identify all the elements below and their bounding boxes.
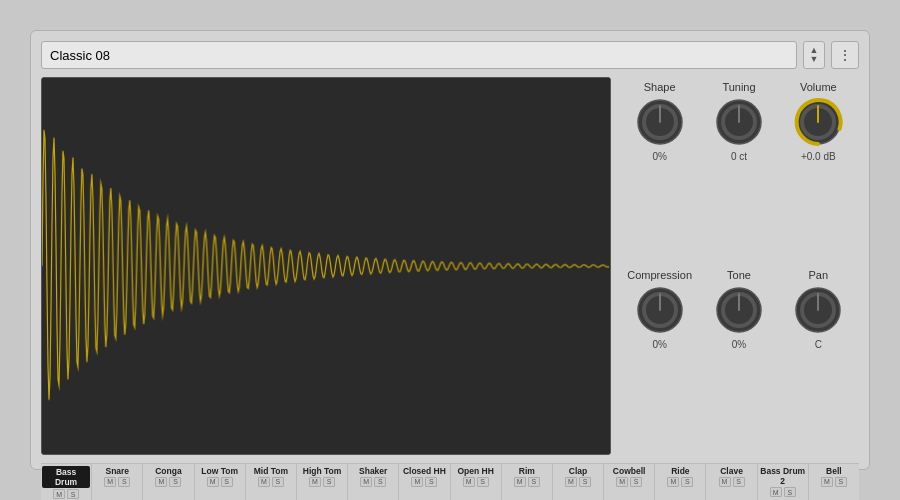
pad-name: High Tom	[298, 466, 346, 476]
shape-value: 0%	[652, 151, 666, 162]
pad-cell[interactable]: Mid TomMS	[246, 464, 297, 500]
pad-cell[interactable]: BellMS	[809, 464, 859, 500]
pad-name: Snare	[93, 466, 141, 476]
mute-button[interactable]: M	[565, 477, 577, 487]
header: Classic 08 ▲ ▼ ⋮	[41, 41, 859, 69]
mute-button[interactable]: M	[463, 477, 475, 487]
pad-name: Ride	[656, 466, 704, 476]
tuning-knob[interactable]	[713, 96, 765, 148]
mute-button[interactable]: M	[821, 477, 833, 487]
solo-button[interactable]: S	[118, 477, 130, 487]
pad-cell[interactable]: ClaveMS	[706, 464, 757, 500]
shape-knob[interactable]	[634, 96, 686, 148]
mute-button[interactable]: M	[411, 477, 423, 487]
mute-button[interactable]: M	[309, 477, 321, 487]
ms-buttons-row: MS	[821, 477, 847, 487]
ms-buttons-row: MS	[104, 477, 130, 487]
pad-cell[interactable]: ClapMS	[553, 464, 604, 500]
volume-knob[interactable]	[792, 96, 844, 148]
pad-name: Cowbell	[605, 466, 653, 476]
mute-button[interactable]: M	[207, 477, 219, 487]
pad-cell[interactable]: RideMS	[655, 464, 706, 500]
pan-value: C	[815, 339, 822, 350]
mute-button[interactable]: M	[258, 477, 270, 487]
mute-button[interactable]: M	[667, 477, 679, 487]
controls-panel: Shape 0% Tuning	[619, 77, 859, 455]
compression-knob[interactable]	[634, 284, 686, 336]
volume-label: Volume	[800, 81, 837, 93]
pad-name: Conga	[144, 466, 192, 476]
solo-button[interactable]: S	[425, 477, 437, 487]
solo-button[interactable]: S	[272, 477, 284, 487]
mute-button[interactable]: M	[53, 489, 65, 499]
solo-button[interactable]: S	[374, 477, 386, 487]
solo-button[interactable]: S	[681, 477, 693, 487]
mute-button[interactable]: M	[616, 477, 628, 487]
pad-name: Bell	[810, 466, 858, 476]
mute-button[interactable]: M	[104, 477, 116, 487]
pad-cell[interactable]: CowbellMS	[604, 464, 655, 500]
preset-arrows[interactable]: ▲ ▼	[803, 41, 825, 69]
pad-name: Bass Drum	[42, 466, 90, 488]
tone-label: Tone	[727, 269, 751, 281]
ms-buttons-row: MS	[360, 477, 386, 487]
pan-knob[interactable]	[792, 284, 844, 336]
ms-buttons-row: MS	[309, 477, 335, 487]
solo-button[interactable]: S	[67, 489, 79, 499]
solo-button[interactable]: S	[477, 477, 489, 487]
pad-cell[interactable]: RimMS	[502, 464, 553, 500]
pad-cell[interactable]: ShakerMS	[348, 464, 399, 500]
compression-label: Compression	[627, 269, 692, 281]
pad-cell[interactable]: Bass DrumMS	[41, 464, 92, 500]
solo-button[interactable]: S	[169, 477, 181, 487]
plugin-container: Classic 08 ▲ ▼ ⋮ Shape	[30, 30, 870, 470]
pad-cell[interactable]: Low TomMS	[195, 464, 246, 500]
pad-cell[interactable]: Bass Drum 2MS	[758, 464, 809, 500]
waveform-canvas	[42, 78, 610, 454]
solo-button[interactable]: S	[528, 477, 540, 487]
solo-button[interactable]: S	[579, 477, 591, 487]
solo-button[interactable]: S	[630, 477, 642, 487]
pad-cell[interactable]: SnareMS	[92, 464, 143, 500]
pad-cell[interactable]: Closed HHMS	[399, 464, 450, 500]
tone-knob[interactable]	[713, 284, 765, 336]
solo-button[interactable]: S	[733, 477, 745, 487]
solo-button[interactable]: S	[784, 487, 796, 497]
ms-buttons-row: MS	[719, 477, 745, 487]
volume-value: +0.0 dB	[801, 151, 836, 162]
solo-button[interactable]: S	[323, 477, 335, 487]
menu-button[interactable]: ⋮	[831, 41, 859, 69]
pad-cell[interactable]: CongaMS	[143, 464, 194, 500]
tone-value: 0%	[732, 339, 746, 350]
pad-name: Closed HH	[400, 466, 448, 476]
ms-buttons-row: MS	[207, 477, 233, 487]
main-area: Shape 0% Tuning	[41, 77, 859, 455]
pad-cell[interactable]: Open HHMS	[451, 464, 502, 500]
ms-buttons-row: MS	[463, 477, 489, 487]
shape-label: Shape	[644, 81, 676, 93]
tuning-label: Tuning	[722, 81, 755, 93]
shape-knob-group: Shape 0%	[623, 81, 696, 263]
solo-button[interactable]: S	[221, 477, 233, 487]
preset-select[interactable]: Classic 08	[41, 41, 797, 69]
compression-value: 0%	[652, 339, 666, 350]
tuning-value: 0 ct	[731, 151, 747, 162]
mute-button[interactable]: M	[155, 477, 167, 487]
ms-buttons-row: MS	[667, 477, 693, 487]
compression-knob-group: Compression 0%	[623, 269, 696, 451]
mute-button[interactable]: M	[514, 477, 526, 487]
tuning-knob-group: Tuning 0 ct	[702, 81, 775, 263]
ms-buttons-row: MS	[565, 477, 591, 487]
mute-button[interactable]: M	[719, 477, 731, 487]
mute-button[interactable]: M	[770, 487, 782, 497]
pad-name: Shaker	[349, 466, 397, 476]
pad-names-row: Bass DrumMSSnareMSCongaMSLow TomMSMid To…	[41, 464, 859, 500]
pad-name: Mid Tom	[247, 466, 295, 476]
pad-cell[interactable]: High TomMS	[297, 464, 348, 500]
pan-label: Pan	[809, 269, 829, 281]
mute-button[interactable]: M	[360, 477, 372, 487]
ms-buttons-row: MS	[258, 477, 284, 487]
ms-buttons-row: MS	[155, 477, 181, 487]
solo-button[interactable]: S	[835, 477, 847, 487]
pad-name: Open HH	[452, 466, 500, 476]
